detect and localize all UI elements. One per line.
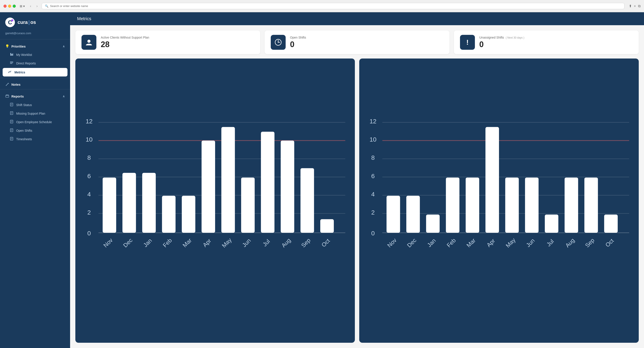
sidebar-item-shift-status[interactable]: Shift Status xyxy=(0,101,70,109)
svg-text:Jul: Jul xyxy=(545,238,555,248)
metric-card-unassigned-shifts: ! Unassigned Shifts ( Next 30 days ) 0 xyxy=(454,31,639,54)
unassigned-shifts-label: Unassigned Shifts ( Next 30 days ) xyxy=(479,36,524,39)
svg-text:Dec: Dec xyxy=(122,237,134,249)
open-employee-schedule-label: Open Employee Schedule xyxy=(16,120,52,124)
sidebar-item-missing-support-plan[interactable]: Missing Support Plan xyxy=(0,109,70,118)
share-button[interactable]: ⬆ xyxy=(629,4,632,8)
reports-chevron: ∧ xyxy=(63,95,65,98)
shift-status-label: Shift Status xyxy=(16,103,32,107)
sidebar-item-direct-reports[interactable]: Direct Reports xyxy=(0,59,70,68)
svg-text:10: 10 xyxy=(370,136,376,143)
svg-text:4: 4 xyxy=(371,191,375,198)
tabs-button[interactable]: ⧉ xyxy=(638,4,640,8)
svg-text:Dec: Dec xyxy=(406,237,418,249)
reports-icon xyxy=(5,94,9,98)
svg-rect-100 xyxy=(564,178,578,233)
svg-text:Feb: Feb xyxy=(162,237,173,249)
browser-chrome: ⊞ ▾ ‹ › 🔍 Search or enter website name ⬆… xyxy=(0,0,644,12)
logo-separator: | xyxy=(28,20,30,25)
priorities-label: Priorities xyxy=(12,45,26,48)
sidebar-item-open-employee-schedule[interactable]: Open Employee Schedule xyxy=(0,118,70,126)
svg-line-6 xyxy=(6,84,8,86)
priorities-icon: 💡 xyxy=(5,44,9,48)
svg-text:May: May xyxy=(220,236,233,249)
reports-header[interactable]: Reports ∧ xyxy=(0,92,70,101)
svg-text:Nov: Nov xyxy=(102,237,114,249)
svg-text:Jun: Jun xyxy=(241,237,252,248)
timesheets-icon xyxy=(10,137,14,141)
timesheets-label: Timesheets xyxy=(16,137,32,141)
unassigned-sublabel: ( Next 30 days ) xyxy=(506,36,524,39)
svg-rect-59 xyxy=(241,178,255,233)
svg-text:12: 12 xyxy=(86,118,93,125)
svg-text:0: 0 xyxy=(88,230,91,237)
sidebar-logo: C cura|os xyxy=(0,12,70,31)
open-shifts-icon-box xyxy=(271,35,286,50)
direct-reports-label: Direct Reports xyxy=(16,62,36,65)
sidebar-section-reports: Reports ∧ Shift Status xyxy=(0,91,70,144)
sidebar-item-notes[interactable]: Notes xyxy=(0,80,70,89)
svg-rect-56 xyxy=(182,196,196,233)
svg-text:12: 12 xyxy=(370,118,376,125)
svg-rect-53 xyxy=(122,173,136,233)
svg-text:Mar: Mar xyxy=(181,237,193,248)
open-shifts-info: Open Shifts 0 xyxy=(290,36,306,49)
svg-text:Oct: Oct xyxy=(604,237,615,248)
page-header: Metrics xyxy=(70,12,644,25)
sidebar-item-metrics[interactable]: Metrics xyxy=(3,68,68,77)
logo-text: cura|os xyxy=(18,20,36,25)
close-button[interactable] xyxy=(4,5,6,8)
svg-rect-55 xyxy=(162,196,176,233)
active-clients-icon-box xyxy=(82,35,96,50)
svg-point-32 xyxy=(88,40,90,43)
open-shifts-value: 0 xyxy=(290,40,306,49)
svg-rect-60 xyxy=(261,132,274,233)
svg-rect-94 xyxy=(446,178,460,233)
forward-button[interactable]: › xyxy=(35,4,39,9)
unassigned-shifts-icon-box: ! xyxy=(460,35,475,50)
chart-right-svg: 12 10 8 6 4 2 0 xyxy=(364,64,634,339)
chart-left-svg: 12 10 8 6 4 2 0 xyxy=(80,64,350,339)
sidebar-toggle-button[interactable]: ⊞ ▾ xyxy=(18,4,26,8)
open-employee-schedule-icon xyxy=(10,120,14,124)
svg-line-7 xyxy=(8,83,8,84)
svg-rect-102 xyxy=(604,215,618,233)
svg-text:8: 8 xyxy=(88,154,91,161)
shift-status-icon xyxy=(10,103,14,107)
svg-text:Mar: Mar xyxy=(465,237,477,248)
new-tab-button[interactable]: + xyxy=(634,4,636,8)
traffic-lights xyxy=(4,5,16,8)
svg-text:6: 6 xyxy=(371,172,375,179)
open-shifts-label: Open Shifts xyxy=(16,129,32,132)
open-shifts-label: Open Shifts xyxy=(290,36,306,39)
exclamation-icon: ! xyxy=(466,39,469,46)
address-bar[interactable]: 🔍 Search or enter website name xyxy=(42,3,624,9)
sidebar-item-open-shifts[interactable]: Open Shifts xyxy=(0,126,70,135)
svg-rect-96 xyxy=(486,127,499,233)
svg-rect-92 xyxy=(406,196,420,233)
logo-cura: cura xyxy=(18,20,28,25)
active-clients-label: Active Clients Without Support Plan xyxy=(101,36,149,39)
svg-rect-93 xyxy=(426,215,440,233)
priorities-header[interactable]: 💡 Priorities ∧ xyxy=(0,42,70,50)
sidebar-item-timesheets[interactable]: Timesheets xyxy=(0,135,70,143)
back-button[interactable]: ‹ xyxy=(29,4,32,9)
app-container: C cura|os garrett@curaos.com 💡 Prioritie… xyxy=(0,12,644,348)
address-text: Search or enter website name xyxy=(50,5,88,8)
minimize-button[interactable] xyxy=(8,5,11,8)
sidebar-user-email: garrett@curaos.com xyxy=(0,31,70,39)
svg-rect-0 xyxy=(10,53,11,56)
svg-text:Sep: Sep xyxy=(584,237,596,249)
missing-support-label: Missing Support Plan xyxy=(16,112,45,115)
missing-support-icon xyxy=(10,111,14,116)
chart-right-container: 12 10 8 6 4 2 0 xyxy=(364,64,634,339)
browser-actions: ⬆ + ⧉ xyxy=(629,4,640,8)
svg-rect-5 xyxy=(10,63,12,64)
main-content: Metrics Active Clients Without Support P… xyxy=(70,12,644,348)
unassigned-shifts-info: Unassigned Shifts ( Next 30 days ) 0 xyxy=(479,36,524,49)
chart-right: 12 10 8 6 4 2 0 xyxy=(359,59,639,343)
page-title: Metrics xyxy=(77,16,91,21)
svg-rect-2 xyxy=(12,54,13,56)
sidebar-item-my-worklist[interactable]: My Worklist xyxy=(0,50,70,59)
maximize-button[interactable] xyxy=(13,5,16,8)
